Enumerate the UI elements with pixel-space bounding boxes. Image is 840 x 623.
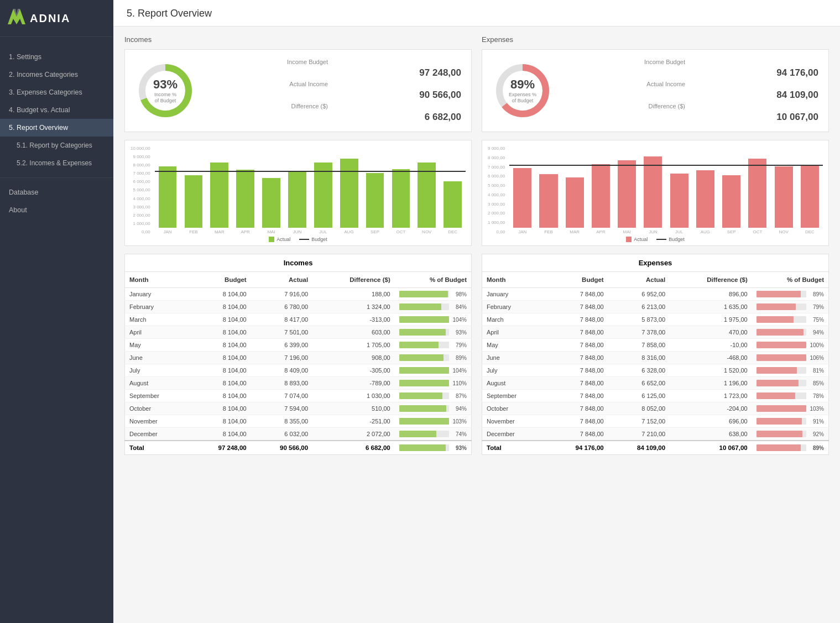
bar-group: [258, 146, 284, 228]
cell-actual: 7 594,00: [251, 402, 312, 415]
cell-month: October: [125, 402, 190, 415]
cell-budget: 8 104,00: [189, 428, 251, 441]
expenses-donut-sublabel1: Expenses %: [509, 92, 536, 98]
x-axis-label: JUL: [310, 228, 336, 234]
cell-pct: 94%: [752, 326, 829, 339]
bar-group: [666, 146, 692, 228]
incomes-donut-sublabel1: Income %: [153, 92, 178, 98]
cell-diff: 896,00: [670, 288, 752, 301]
cell-month: October: [482, 402, 547, 415]
bar-group: [155, 146, 181, 228]
incomes-donut: 93% Income % of Budget: [135, 60, 196, 121]
y-axis-label: 5 000,00: [133, 187, 150, 192]
x-axis-label: AUG: [692, 228, 718, 234]
cell-month: September: [125, 390, 190, 402]
cell-budget: 8 104,00: [189, 352, 251, 364]
x-axis-label: JUL: [666, 228, 692, 234]
sidebar-item-budget-actual[interactable]: 4. Budget vs. Actual: [0, 101, 113, 119]
cell-diff: -251,00: [312, 415, 395, 428]
cell-diff: 908,00: [312, 352, 395, 364]
sidebar-item-report-overview[interactable]: 5. Report Overview: [0, 119, 113, 137]
x-axis-label: JUN: [284, 228, 310, 234]
footer-cell: Total: [482, 441, 547, 455]
cell-diff: 2 072,00: [312, 428, 395, 441]
cell-pct: 84%: [395, 301, 472, 313]
cell-diff: 510,00: [312, 402, 395, 415]
incomes-donut-label: 93% Income % of Budget: [153, 77, 178, 104]
bar: [696, 170, 714, 228]
cell-pct: 75%: [752, 313, 829, 326]
sidebar-item-about[interactable]: About: [0, 201, 113, 219]
x-axis-label: FEB: [180, 228, 206, 234]
x-axis-label: MAI: [614, 228, 640, 234]
cell-budget: 7 848,00: [546, 390, 608, 402]
cell-pct: 78%: [752, 390, 829, 402]
x-axis-label: SEP: [362, 228, 388, 234]
expenses-actual-label: Actual Income: [564, 81, 688, 87]
bar: [159, 166, 177, 228]
cell-budget: 8 104,00: [189, 288, 251, 301]
cell-pct: 100%: [752, 339, 829, 352]
cell-diff: 1 520,00: [670, 364, 752, 377]
cell-budget: 8 104,00: [189, 364, 251, 377]
sidebar-item-settings[interactable]: 1. Settings: [0, 48, 113, 66]
cell-pct: 94%: [395, 402, 472, 415]
cell-actual: 7 196,00: [251, 352, 312, 364]
bar-group: [310, 146, 336, 228]
page-header: 5. Report Overview: [113, 0, 840, 27]
cell-diff: 1 705,00: [312, 339, 395, 352]
cell-actual: 8 355,00: [251, 415, 312, 428]
sidebar-item-expenses-cat[interactable]: 3. Expenses Categories: [0, 83, 113, 101]
expenses-chart-inner: 9 000,008 000,007 000,006 000,005 000,00…: [488, 146, 823, 234]
incomes-table-title: Incomes: [125, 254, 472, 272]
expenses-col-month: Month: [482, 272, 547, 288]
x-axis-label: JUN: [640, 228, 666, 234]
sidebar-item-incomes-expenses[interactable]: 5.2. Incomes & Expenses: [0, 154, 113, 172]
cell-pct: 87%: [395, 390, 472, 402]
incomes-legend-budget-line: [299, 239, 309, 240]
pct-label: 106%: [808, 355, 824, 361]
pct-label: 84%: [451, 304, 467, 310]
cell-diff: 1 723,00: [670, 390, 752, 402]
y-axis-label: 10 000,00: [131, 146, 150, 151]
cell-actual: 8 052,00: [608, 402, 670, 415]
cell-pct: 79%: [395, 339, 472, 352]
bar-group: [744, 146, 770, 228]
cell-month: April: [482, 326, 547, 339]
expenses-bars: [509, 146, 823, 228]
bar: [262, 178, 280, 228]
bar-group: [284, 146, 310, 228]
incomes-bars-area: JANFEBMARAPRMAIJUNJULAUGSEPOCTNOVDEC: [155, 146, 466, 234]
cell-actual: 8 893,00: [251, 377, 312, 390]
logo-text: ADNIA: [30, 12, 70, 25]
cell-diff: 696,00: [670, 415, 752, 428]
cell-actual: 7 858,00: [608, 339, 670, 352]
x-axis-label: DEC: [440, 228, 466, 234]
bar: [210, 163, 228, 228]
expenses-table-title: Expenses: [482, 254, 829, 272]
sidebar-navigation: 1. Settings 2. Incomes Categories 3. Exp…: [0, 37, 113, 623]
cell-budget: 7 848,00: [546, 415, 608, 428]
bar: [644, 156, 662, 228]
incomes-section-title: Incomes: [124, 35, 472, 44]
cell-actual: 6 652,00: [608, 377, 670, 390]
bar: [418, 163, 436, 228]
x-axis-label: AUG: [336, 228, 362, 234]
incomes-budget-label: Income Budget: [207, 59, 331, 65]
cell-diff: 603,00: [312, 326, 395, 339]
sidebar-item-database[interactable]: Database: [0, 184, 113, 201]
bar: [392, 169, 410, 228]
cell-diff: 1 635,00: [670, 301, 752, 313]
y-axis-label: 4 000,00: [133, 196, 150, 201]
bar-group: [336, 146, 362, 228]
pct-label: 79%: [451, 342, 467, 348]
sidebar-item-report-by-cat[interactable]: 5.1. Report by Categories: [0, 137, 113, 154]
incomes-col-pct: % of Budget: [395, 272, 472, 288]
sidebar-item-incomes-cat[interactable]: 2. Incomes Categories: [0, 66, 113, 83]
pct-label: 103%: [808, 406, 824, 412]
x-axis-label: JAN: [509, 228, 535, 234]
pct-label: 104%: [451, 368, 467, 374]
cell-actual: 7 210,00: [608, 428, 670, 441]
cell-month: February: [125, 301, 190, 313]
expenses-budget-value: 94 176,00: [694, 67, 818, 78]
